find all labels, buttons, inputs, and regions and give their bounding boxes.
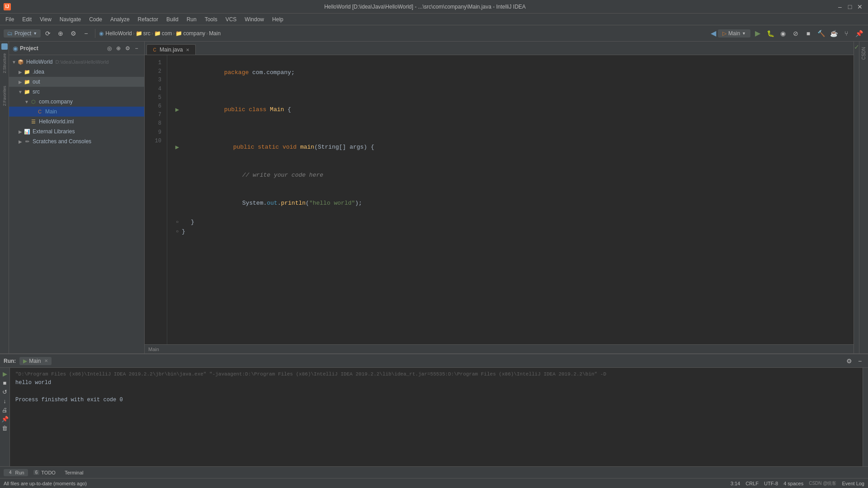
tree-item-scratches[interactable]: ▶ ✏ Scratches and Consoles (9, 136, 144, 146)
expand-button[interactable]: ⊕ (55, 28, 66, 39)
run-button[interactable]: ▶ (752, 28, 763, 39)
close-panel-button[interactable]: − (132, 44, 141, 52)
status-position[interactable]: 3:14 (731, 481, 740, 486)
tree-label-src: src (33, 89, 40, 95)
menu-window[interactable]: Window (241, 15, 268, 23)
close-button[interactable]: ✕ (855, 2, 864, 11)
menu-refactor[interactable]: Refactor (134, 15, 162, 23)
run-gutter-5[interactable]: ▶ (173, 142, 182, 152)
menu-navigate[interactable]: Navigate (56, 15, 85, 23)
run-settings[interactable]: ⚙ − (844, 357, 864, 366)
menu-code[interactable]: Code (85, 15, 106, 23)
bc-helloworld[interactable]: ◉ (99, 30, 104, 37)
tree-item-helloworld[interactable]: ▼ 📦 HelloWorld D:\idea\Java\HelloWorld (9, 57, 144, 67)
editor-tab-main[interactable]: C Main.java ✕ (146, 44, 196, 55)
tree-item-external-libs[interactable]: ▶ 📊 External Libraries (9, 127, 144, 136)
panel-actions[interactable]: ◎ ⊕ ⚙ − (105, 44, 141, 52)
menu-analyze[interactable]: Analyze (107, 15, 133, 23)
csdn-tab[interactable]: CSDN (860, 43, 867, 63)
status-event-log[interactable]: Event Log (842, 481, 864, 486)
run-stop-btn[interactable]: ■ (1, 379, 9, 387)
fold-gutter-8[interactable]: ○ (173, 219, 182, 226)
run-trash-btn[interactable]: 🗑 (1, 424, 9, 432)
run-tab-main[interactable]: ▶ Main ✕ (19, 357, 52, 365)
code-text-1: package com.company; (182, 59, 854, 87)
window-controls[interactable]: – □ ✕ (835, 2, 864, 11)
status-crlf[interactable]: CRLF (745, 481, 759, 486)
stop-button[interactable]: ■ (803, 28, 814, 39)
run-settings-btn[interactable]: ⚙ (844, 357, 854, 366)
run-minimize-btn[interactable]: − (855, 357, 864, 366)
tree-item-out[interactable]: ▶ 📁 out (9, 77, 144, 87)
code-text-5: public static void main(String[] args) { (182, 133, 854, 161)
tree-item-com-company[interactable]: ▼ ⬡ com.company (9, 97, 144, 107)
menu-tools[interactable]: Tools (201, 15, 221, 23)
run-header: Run: ▶ Main ✕ ⚙ − (0, 354, 868, 368)
menu-view[interactable]: View (36, 15, 55, 23)
expand-all-button[interactable]: ⊕ (114, 44, 123, 52)
run-configuration[interactable]: ▷ Main ▼ (718, 29, 750, 38)
project-label: Project (14, 30, 31, 37)
profile-button[interactable]: ⊘ (790, 28, 801, 39)
run-output[interactable]: "D:\Program Files (x86)\IntelliJ IDEA 20… (10, 368, 863, 466)
settings-button[interactable]: ⚙ (68, 28, 79, 39)
run-with-coverage[interactable]: ◉ (778, 28, 788, 39)
menu-build[interactable]: Build (163, 15, 182, 23)
code-text-7: System.out.println("hello world"); (182, 190, 854, 218)
minimize-button[interactable]: – (835, 2, 844, 11)
git-button[interactable]: ⑂ (841, 28, 852, 39)
bc-src-icon: 📁 (136, 30, 142, 37)
status-encoding[interactable]: UTF-8 (764, 481, 778, 486)
editor-area: C Main.java ✕ 1 2 3 4 5 6 7 8 9 10 (145, 42, 854, 353)
project-selector[interactable]: 🗂 Project ▼ (4, 29, 41, 38)
code-line-1: package com.company; (173, 59, 854, 87)
build-button[interactable]: 🔨 (816, 28, 826, 39)
tree-label-iml: HelloWorld.iml (39, 118, 74, 125)
favorites-tab[interactable]: 2:Favorites (2, 84, 7, 108)
run-scroll-btn[interactable]: ↓ (1, 397, 9, 405)
run-print-btn[interactable]: 🖨 (1, 406, 9, 414)
menu-vcs[interactable]: VCS (222, 15, 241, 23)
tab-terminal[interactable]: Terminal (61, 469, 87, 476)
tree-item-idea[interactable]: ▶ 📁 .idea (9, 67, 144, 77)
sync-button[interactable]: ⟳ (42, 28, 53, 39)
project-icon-btn[interactable] (1, 43, 8, 50)
code-content[interactable]: package com.company; ▶ public class Main… (167, 55, 854, 344)
sdk-button[interactable]: ☕ (828, 28, 839, 39)
expand-arrow-src: ▼ (17, 89, 24, 95)
run-play-btn[interactable]: ▶ (1, 370, 9, 378)
collapse-button[interactable]: − (80, 28, 91, 39)
fold-gutter-9[interactable]: ○ (173, 228, 182, 235)
code-editor[interactable]: 1 2 3 4 5 6 7 8 9 10 package com.company… (145, 55, 854, 344)
run-rerun-btn[interactable]: ↺ (1, 388, 9, 396)
run-tab-close[interactable]: ✕ (44, 358, 48, 363)
maximize-button[interactable]: □ (845, 2, 854, 11)
menu-help[interactable]: Help (269, 15, 287, 23)
structure-tab[interactable]: 2:Structure (2, 52, 7, 75)
tree-item-src[interactable]: ▼ 📁 src (9, 87, 144, 97)
linenum-10: 10 (145, 137, 163, 145)
run-scrollbar[interactable] (863, 368, 868, 466)
left-sidebar-icons: 2:Structure 2:Favorites (0, 42, 9, 353)
tree-label-idea: .idea (33, 69, 44, 75)
tree-item-helloworld-iml[interactable]: ▶ ☰ HelloWorld.iml (9, 117, 144, 127)
pin-button[interactable]: 📌 (854, 28, 864, 39)
status-spaces[interactable]: 4 spaces (783, 481, 803, 486)
tab-todo[interactable]: 6 TODO (30, 469, 59, 476)
locate-button[interactable]: ◎ (105, 44, 113, 52)
run-main: ▶ ■ ↺ ↓ 🖨 📌 🗑 "D:\Program Files (x86)\In… (0, 368, 868, 466)
run-tab-name: Main (29, 358, 41, 364)
main-java-icon: C (36, 108, 43, 115)
tab-close-button[interactable]: ✕ (184, 47, 191, 53)
tree-item-main[interactable]: ▶ C Main (9, 107, 144, 117)
run-gutter-3[interactable]: ▶ (173, 105, 182, 115)
debug-button[interactable]: 🐛 (765, 28, 776, 39)
menu-run[interactable]: Run (183, 15, 200, 23)
panel-settings-button[interactable]: ⚙ (123, 44, 132, 52)
navigate-back-icon[interactable]: ◀ (711, 29, 716, 38)
tab-run[interactable]: 4 Run (4, 469, 28, 476)
run-label: Run: (4, 358, 16, 364)
menu-edit[interactable]: Edit (19, 15, 35, 23)
run-pin-btn[interactable]: 📌 (1, 415, 9, 423)
menu-file[interactable]: File (2, 15, 18, 23)
